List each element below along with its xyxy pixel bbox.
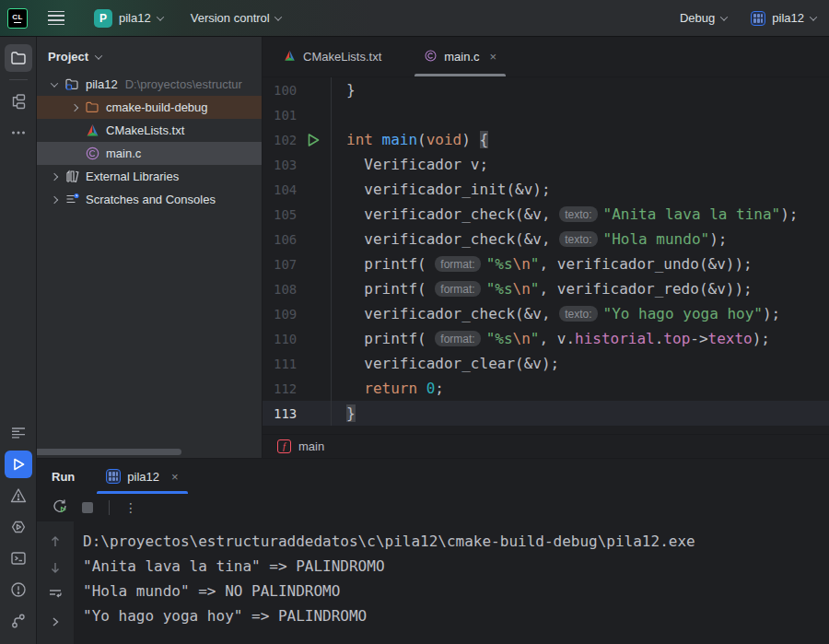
code-line[interactable]: 106 verificador_check(&v, texto:"Hola mu… [263,227,829,252]
more-options-button[interactable]: ⋮ [119,497,143,519]
soft-wrap-button[interactable] [44,582,66,604]
line-number: 106 [263,232,305,247]
stop-button[interactable] [76,497,99,519]
code-lines: 100}101102int main(void) {103 Verificado… [263,77,829,426]
code-text: } [331,77,356,102]
horizontal-scrollbar[interactable] [37,449,181,455]
project-tool-button[interactable] [5,44,32,72]
todo-tool-button[interactable] [5,419,32,447]
code-text: printf( format:"%s\n", v.historial.top->… [331,326,770,351]
more-tool-windows-button[interactable] [5,119,32,146]
project-widget-label: pila12 [119,11,151,25]
code-text: verificador_clear(&v); [331,351,559,376]
code-text: verificador_check(&v, texto:"Hola mundo"… [331,227,727,252]
tab-label: CMakeLists.txt [303,50,381,64]
editor-tabs: CMakeLists.txt main.c × [263,37,829,77]
line-number: 108 [263,282,305,297]
version-control-tool-button[interactable] [5,607,32,635]
tree-item-cmake-build-debug[interactable]: cmake-build-debug [37,96,262,119]
debug-mode-selector[interactable]: Debug [680,11,727,25]
code-line[interactable]: 104 verificador_init(&v); [263,177,829,202]
up-stack-trace-button[interactable] [44,531,66,553]
project-panel: Project pila12 D:\proyectos\estructur [37,37,263,458]
code-line[interactable]: 112 return 0; [263,376,829,401]
down-stack-trace-button[interactable] [44,556,66,579]
project-widget[interactable]: P pila12 [87,6,170,31]
more-icon [9,123,28,142]
main-menu-icon[interactable] [42,6,70,31]
tab-main-c[interactable]: main.c × [411,37,509,76]
line-number: 103 [263,158,305,172]
code-line[interactable]: 108 printf( format:"%s\n", verificador_r… [263,276,829,301]
project-panel-header[interactable]: Project [37,44,262,73]
clion-logo: CL [7,8,28,29]
rerun-button[interactable] [48,497,72,519]
close-icon[interactable]: × [171,470,179,484]
hierarchy-icon [9,92,28,111]
console-line: "Anita lava la tina" => PALINDROMO [83,554,829,579]
code-line[interactable]: 110 printf( format:"%s\n", v.historial.t… [263,326,829,351]
chevron-down-icon [810,13,817,20]
expand-console-button[interactable] [44,611,66,633]
version-control-widget[interactable]: Version control [183,7,288,29]
line-number: 110 [263,332,305,346]
run-tool-button[interactable] [5,451,32,478]
services-tool-button[interactable] [5,513,32,541]
run-line-icon[interactable] [305,132,329,148]
excluded-folder-icon [85,100,100,115]
line-number: 102 [263,133,305,147]
problems-tool-button[interactable] [5,482,32,509]
tree-item-project-root[interactable]: pila12 D:\proyectos\estructur [37,73,262,96]
chevron-right-icon [51,172,58,180]
libraries-icon [64,169,80,184]
project-avatar: P [94,9,112,28]
folder-icon [9,49,28,67]
run-configuration-icon [106,469,121,484]
code-line[interactable]: 100} [263,77,829,102]
breadcrumb-item[interactable]: main [298,439,324,453]
code-text: int main(void) { [331,127,488,152]
code-line[interactable]: 105 verificador_check(&v, texto:"Anita l… [263,202,829,227]
code-text: } [331,401,356,426]
tree-item-external-libraries[interactable]: External Libraries [37,165,262,188]
chevron-down-icon [51,79,58,87]
code-editor[interactable]: 100}101102int main(void) {103 Verificado… [263,77,829,434]
divider [9,79,28,80]
line-number: 111 [263,357,305,371]
line-number: 100 [263,83,305,98]
code-text: printf( format:"%s\n", verificador_undo(… [331,252,753,276]
code-line[interactable]: 111 verificador_clear(&v); [263,351,829,376]
tree-item-cmakelists[interactable]: CMakeLists.txt [37,119,262,142]
chevron-down-icon [95,52,102,59]
console-output[interactable]: D:\proyectos\estructuraddedatos\c\pila12… [74,521,829,644]
c-file-icon [424,49,438,65]
code-line[interactable]: 101 [263,102,829,127]
run-toolbar: ⋮ [37,494,829,521]
tree-item-main-c[interactable]: main.c [37,142,262,165]
run-configuration-selector[interactable]: pila12 [751,11,816,26]
console-line: D:\proyectos\estructuraddedatos\c\pila12… [83,529,829,554]
code-line[interactable]: 102int main(void) { [263,127,829,152]
code-line[interactable]: 103 Verificador v; [263,152,829,177]
structure-tool-button[interactable] [5,88,32,115]
code-line[interactable]: 109 verificador_check(&v, texto:"Yo hago… [263,301,829,326]
code-line[interactable]: 107 printf( format:"%s\n", verificador_u… [263,252,829,276]
function-breadcrumb-icon: f [277,439,291,453]
console-gutter [37,521,74,644]
console: D:\proyectos\estructuraddedatos\c\pila12… [37,521,829,644]
run-tab-pila12[interactable]: pila12 × [100,459,183,494]
tab-cmakelists[interactable]: CMakeLists.txt [270,37,394,76]
chevron-down-icon [156,13,163,20]
main-toolbar: CL P pila12 Version control Debug pila12 [0,0,829,37]
version-control-label: Version control [191,11,270,25]
code-text: verificador_check(&v, texto:"Anita lava … [331,202,798,227]
tree-item-label: Scratches and Consoles [86,193,216,206]
code-line[interactable]: 113} [263,401,829,426]
terminal-tool-button[interactable] [5,544,32,572]
close-icon[interactable]: × [490,50,497,64]
tree-item-scratches[interactable]: Scratches and Consoles [37,188,262,211]
lines-icon [9,424,28,442]
run-tab-label: pila12 [127,470,159,484]
chevron-right-icon [51,195,58,203]
notifications-tool-button[interactable] [5,576,32,603]
